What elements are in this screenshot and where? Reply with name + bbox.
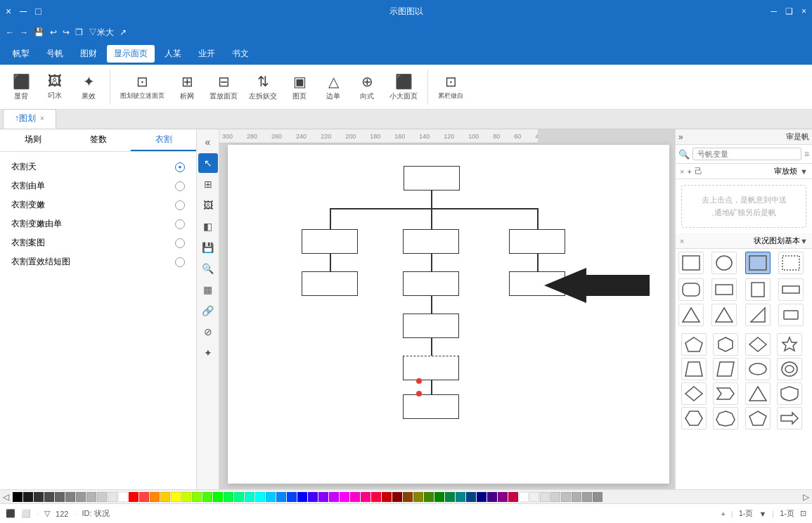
color-swatch[interactable] [34, 492, 44, 502]
color-swatch[interactable] [498, 492, 508, 502]
si-radio-4[interactable] [175, 238, 185, 248]
shape-wide-flat[interactable] [778, 278, 804, 301]
shape-triangle-left[interactable] [678, 304, 704, 326]
color-swatch[interactable] [540, 492, 550, 502]
color-swatch[interactable] [382, 492, 392, 502]
sidebar-tab-2[interactable]: 衣割 [131, 129, 196, 151]
color-swatch[interactable] [508, 492, 518, 502]
color-swatch[interactable] [276, 492, 286, 502]
quick-shapes-icon[interactable]: ❒ [75, 27, 83, 37]
drawing-canvas[interactable] [228, 145, 669, 484]
search-filter-icon[interactable]: ≡ [804, 149, 809, 159]
menu-item-3[interactable]: 显示面页 [107, 45, 155, 63]
color-swatch[interactable] [13, 492, 22, 502]
sidebar-tab-1[interactable]: 签数 [65, 129, 131, 151]
si-radio-2[interactable] [175, 200, 185, 210]
tb-direction[interactable]: ⊕ 向式 [352, 72, 382, 103]
shapes-section-expand-icon[interactable]: ▼ [800, 237, 808, 245]
shape-pentagon[interactable] [681, 333, 707, 356]
shape-ellipse[interactable] [745, 358, 771, 380]
fc-box-9[interactable] [403, 356, 459, 380]
color-swatch[interactable] [23, 492, 33, 502]
quick-forward-icon[interactable]: → [20, 27, 28, 37]
page-nav-icon[interactable]: ▼ [759, 510, 766, 518]
quick-text-icon[interactable]: ▽米大 [89, 27, 114, 39]
color-swatch[interactable] [108, 492, 117, 502]
shape-triangle-mid[interactable] [711, 304, 737, 326]
color-swatch[interactable] [181, 492, 191, 502]
tb-bg[interactable]: ⬛ 显背 [6, 72, 37, 103]
color-swatch[interactable] [213, 492, 223, 502]
color-swatch[interactable] [150, 492, 160, 502]
grid-view-btn[interactable]: ⊞ [198, 174, 218, 194]
shape-ring[interactable] [777, 358, 802, 380]
shape-shield[interactable] [777, 382, 802, 405]
menu-item-1[interactable]: 号帆 [39, 45, 70, 63]
color-swatch[interactable] [171, 492, 181, 502]
shape-rect[interactable] [678, 252, 704, 274]
shape-wide-rect[interactable] [711, 278, 737, 301]
tb-align[interactable]: ⇅ 左拆妖交 [245, 72, 281, 103]
color-swatch[interactable] [424, 492, 434, 502]
quick-back-icon[interactable]: ← [6, 27, 14, 37]
tb-border[interactable]: △ 边单 [318, 72, 349, 103]
win-close-btn[interactable]: × [6, 6, 11, 17]
color-swatch[interactable] [318, 492, 328, 502]
color-swatch[interactable] [413, 492, 423, 502]
link-btn[interactable]: 🔗 [198, 301, 218, 321]
shape-star[interactable] [777, 333, 802, 356]
status-fit-icon[interactable]: ⬜ [21, 509, 31, 518]
table-btn[interactable]: ▦ [198, 280, 218, 299]
sidebar-item-1[interactable]: 衣割由单 [6, 176, 191, 195]
color-swatch[interactable] [593, 492, 602, 502]
shape-hexagon2[interactable] [681, 407, 707, 430]
page-layout-icon[interactable]: ⊡ [800, 509, 806, 518]
fc-box-2[interactable] [302, 229, 358, 254]
tb-page[interactable]: ▣ 图页 [284, 72, 315, 103]
restore-icon[interactable]: ❑ [785, 6, 793, 16]
sidebar-item-4[interactable]: 衣割案图 [6, 233, 191, 252]
color-swatch[interactable] [55, 492, 65, 502]
color-swatch[interactable] [403, 492, 413, 502]
tb-view[interactable]: 🖼 叼水 [39, 72, 70, 102]
color-swatch[interactable] [392, 492, 402, 502]
tab-close-icon[interactable]: × [40, 115, 44, 122]
settings-btn[interactable]: ✦ [198, 343, 218, 363]
color-swatch[interactable] [266, 492, 276, 502]
color-swatch[interactable] [97, 492, 107, 502]
menu-item-2[interactable]: 图财 [73, 45, 104, 63]
shape-circle[interactable] [711, 252, 737, 274]
shape-triangle-right[interactable] [745, 304, 771, 326]
win-minimize-btn[interactable]: ─ [20, 6, 27, 17]
sidebar-item-5[interactable]: 衣割置效结短图 [6, 252, 191, 271]
quick-redo-icon[interactable]: ↪ [63, 27, 70, 37]
tb-size[interactable]: ⬛ 小大面页 [385, 72, 422, 103]
shape-tall-rect[interactable] [745, 278, 771, 301]
shape-trapezoid[interactable] [681, 358, 707, 380]
color-swatch[interactable] [529, 492, 539, 502]
fc-box-6[interactable] [403, 271, 459, 296]
connect-btn[interactable]: ⊘ [198, 322, 218, 342]
shape-triangle2[interactable] [745, 382, 771, 405]
canvas-area[interactable]: 300 280 260 240 220 200 180 160 140 120 … [219, 129, 675, 489]
color-swatch[interactable] [466, 492, 476, 502]
color-swatch[interactable] [572, 492, 581, 502]
tb-grid[interactable]: ⊞ 析网 [172, 72, 202, 103]
image-tool-btn[interactable]: 🖼 [198, 195, 218, 215]
shape-diamond2[interactable] [681, 382, 707, 405]
tab-diagram[interactable]: ↑图划 × [3, 109, 56, 129]
color-swatch[interactable] [255, 492, 265, 502]
fc-box-5[interactable] [302, 271, 358, 296]
tb-effect[interactable]: ✦ 果效 [73, 72, 104, 103]
action-add-icon[interactable]: + [687, 167, 691, 176]
sidebar-tab-0[interactable]: 场则 [0, 129, 65, 151]
fc-box-1[interactable] [404, 166, 460, 191]
quick-save-icon[interactable]: 💾 [34, 27, 44, 37]
shape-diamond[interactable] [745, 333, 771, 356]
save-btn[interactable]: 💾 [198, 238, 218, 257]
color-swatch[interactable] [160, 492, 170, 502]
color-swatch[interactable] [550, 492, 560, 502]
menu-item-4[interactable]: 人某 [157, 45, 188, 63]
shape-small-rect[interactable] [778, 304, 804, 326]
menu-item-6[interactable]: 书文 [225, 45, 256, 63]
